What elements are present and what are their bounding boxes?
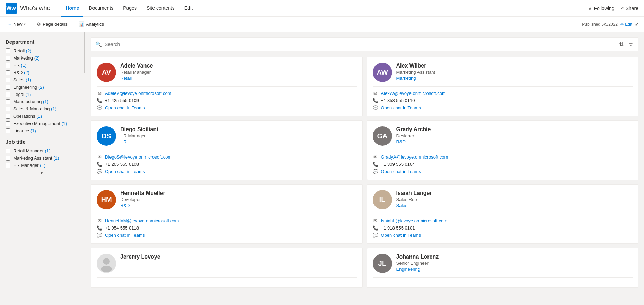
avatar: GA [373, 126, 392, 146]
page-details-button[interactable]: ⚙ Page details [34, 20, 70, 28]
person-email-4[interactable]: HenriettaM@levoye.onmicrosoft.com [105, 218, 179, 223]
dept-checkbox-6[interactable] [6, 92, 10, 97]
person-email-0[interactable]: AdeleV@levoye.onmicrosoft.com [105, 91, 171, 96]
person-name-6[interactable]: Jeremy Levoye [120, 254, 357, 260]
dept-filter-7[interactable]: Manufacturing (1) [6, 99, 78, 104]
person-teams-2[interactable]: Open chat in Teams [105, 169, 145, 174]
nav-edit[interactable]: Edit [180, 0, 197, 17]
vertical-scrollbar[interactable] [84, 32, 85, 73]
dept-label-9: Operations (1) [13, 114, 42, 119]
job-checkbox-1[interactable] [6, 156, 10, 161]
dept-filter-6[interactable]: Legal (1) [6, 92, 78, 97]
person-email-row-3: ✉ GradyA@levoye.onmicrosoft.com [373, 154, 633, 160]
person-teams-0[interactable]: Open chat in Teams [105, 105, 145, 110]
toolbar-right-info: Published 5/5/2022 ✏ Edit ⤢ [582, 22, 638, 27]
share-icon: ↗ [620, 6, 624, 11]
analytics-button[interactable]: 📊 Analytics [76, 20, 107, 28]
person-header-5: IL Isaiah Langer Sales Rep Sales [373, 190, 633, 214]
avatar [97, 254, 116, 273]
teams-icon: 💬 [97, 233, 102, 238]
person-teams-4[interactable]: Open chat in Teams [105, 233, 145, 238]
published-status: Published 5/5/2022 [582, 22, 618, 27]
search-input[interactable] [105, 42, 619, 47]
teams-icon: 💬 [97, 105, 102, 110]
dept-checkbox-3[interactable] [6, 70, 10, 75]
person-name-1[interactable]: Alex Wilber [396, 63, 633, 69]
person-phone-row-5: 📞 +1 918 555 0101 [373, 225, 633, 231]
dept-filter-2[interactable]: HR (1) [6, 63, 78, 68]
dept-checkbox-4[interactable] [6, 78, 10, 82]
person-teams-5[interactable]: Open chat in Teams [381, 233, 421, 238]
person-dept-3[interactable]: R&D [396, 139, 633, 144]
person-dept-4[interactable]: R&D [120, 203, 357, 208]
following-button[interactable]: ★ Following [588, 6, 615, 11]
person-dept-2[interactable]: HR [120, 139, 357, 144]
job-checkbox-0[interactable] [6, 149, 10, 153]
person-title-2: HR Manager [120, 133, 357, 138]
person-teams-3[interactable]: Open chat in Teams [381, 169, 421, 174]
person-teams-1[interactable]: Open chat in Teams [381, 105, 421, 110]
job-filter-2[interactable]: HR Manager (1) [6, 163, 78, 168]
person-teams-row-3: 💬 Open chat in Teams [373, 169, 633, 174]
person-phone-row-1: 📞 +1 858 555 0110 [373, 98, 633, 103]
person-name-3[interactable]: Grady Archie [396, 126, 633, 133]
person-email-row-4: ✉ HenriettaM@levoye.onmicrosoft.com [97, 218, 357, 223]
dept-label-3: R&D (2) [13, 70, 29, 75]
dept-checkbox-5[interactable] [6, 85, 10, 90]
dept-checkbox-1[interactable] [6, 56, 10, 61]
person-header-2: DS Diego Siciliani HR Manager HR [97, 126, 357, 150]
person-email-5[interactable]: IsaiahL@levoye.onmicrosoft.com [381, 218, 448, 223]
person-name-2[interactable]: Diego Siciliani [120, 126, 357, 133]
dept-filter-3[interactable]: R&D (2) [6, 70, 78, 75]
phone-icon: 📞 [97, 162, 102, 167]
person-name-5[interactable]: Isaiah Langer [396, 190, 633, 196]
sort-icon[interactable]: ⇅ [619, 41, 624, 48]
person-dept-5[interactable]: Sales [396, 203, 633, 208]
star-icon: ★ [588, 6, 592, 11]
person-name-4[interactable]: Henrietta Mueller [120, 190, 357, 196]
filter-icon[interactable] [628, 41, 634, 48]
person-email-row-5: ✉ IsaiahL@levoye.onmicrosoft.com [373, 218, 633, 223]
person-name-7[interactable]: Johanna Lorenz [396, 254, 633, 260]
dept-checkbox-10[interactable] [6, 121, 10, 126]
edit-link[interactable]: ✏ Edit [620, 22, 632, 27]
person-dept-7[interactable]: Engineering [396, 267, 633, 272]
person-dept-0[interactable]: Retail [120, 75, 357, 81]
job-filter-0[interactable]: Retail Manager (1) [6, 148, 78, 153]
dept-label-6: Legal (1) [13, 92, 31, 97]
dept-checkbox-8[interactable] [6, 107, 10, 111]
dept-filter-0[interactable]: Retail (2) [6, 48, 78, 53]
person-email-2[interactable]: DiegoS@levoye.onmicrosoft.com [105, 154, 171, 160]
dept-filter-1[interactable]: Marketing (2) [6, 55, 78, 61]
person-email-3[interactable]: GradyA@levoye.onmicrosoft.com [381, 154, 448, 160]
dept-filter-4[interactable]: Sales (1) [6, 77, 78, 82]
job-filter-1[interactable]: Marketing Assistant (1) [6, 155, 78, 161]
job-checkbox-2[interactable] [6, 163, 10, 168]
dept-checkbox-0[interactable] [6, 48, 10, 53]
dept-filter-8[interactable]: Sales & Marketing (1) [6, 106, 78, 111]
dept-filter-9[interactable]: Operations (1) [6, 114, 78, 119]
nav-documents[interactable]: Documents [85, 0, 117, 17]
person-email-1[interactable]: AlexW@levoye.onmicrosoft.com [381, 91, 446, 96]
dept-checkbox-2[interactable] [6, 63, 10, 68]
dept-checkbox-11[interactable] [6, 128, 10, 133]
dept-filter-10[interactable]: Executive Management (1) [6, 121, 78, 126]
person-dept-1[interactable]: Marketing [396, 75, 633, 81]
dept-checkbox-7[interactable] [6, 99, 10, 104]
nav-site-contents[interactable]: Site contents [142, 0, 179, 17]
dept-checkbox-9[interactable] [6, 114, 10, 119]
dept-filter-11[interactable]: Finance (1) [6, 128, 78, 133]
department-filter-title: Department [6, 39, 78, 45]
share-button[interactable]: ↗ Share [620, 6, 638, 11]
person-teams-row-4: 💬 Open chat in Teams [97, 233, 357, 238]
dept-filter-5[interactable]: Engineering (2) [6, 84, 78, 90]
person-card-5: IL Isaiah Langer Sales Rep Sales ✉ Isaia… [367, 184, 639, 244]
person-name-0[interactable]: Adele Vance [120, 63, 357, 69]
new-button[interactable]: + New ▾ [6, 20, 28, 29]
person-header-4: HM Henrietta Mueller Developer R&D [97, 190, 357, 214]
expand-icon[interactable]: ⤢ [635, 22, 638, 27]
nav-pages[interactable]: Pages [119, 0, 141, 17]
nav-home[interactable]: Home [61, 0, 83, 17]
dept-label-2: HR (1) [13, 63, 26, 68]
search-icon: 🔍 [95, 41, 102, 47]
